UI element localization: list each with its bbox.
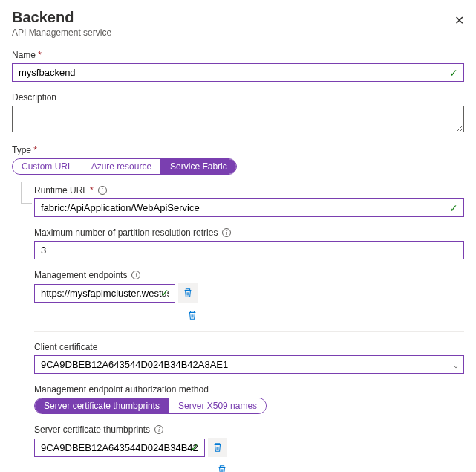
info-icon[interactable]: i: [131, 271, 140, 279]
thumbprint-input[interactable]: [34, 439, 205, 457]
auth-pills: Server certificate thumbprints Server X5…: [34, 398, 267, 414]
client-cert-select[interactable]: [34, 355, 464, 374]
description-label: Description: [12, 92, 56, 103]
page-subtitle: API Management service: [12, 28, 464, 38]
delete-button[interactable]: [183, 305, 202, 325]
type-label: Type: [12, 145, 37, 155]
mgmt-endpoint-input[interactable]: [34, 284, 175, 303]
auth-option-thumbprints[interactable]: Server certificate thumbprints: [35, 398, 169, 413]
type-pills: Custom URL Azure resource Service Fabric: [12, 158, 237, 175]
close-icon[interactable]: ✕: [451, 10, 467, 30]
type-option-service-fabric[interactable]: Service Fabric: [161, 159, 236, 174]
trash-icon: [212, 442, 223, 453]
type-option-custom-url[interactable]: Custom URL: [13, 159, 82, 174]
retries-label: Maximum number of partition resolution r…: [34, 227, 218, 238]
trash-icon: [187, 310, 198, 320]
trash-icon: [183, 288, 193, 298]
info-icon[interactable]: i: [154, 425, 163, 434]
info-icon[interactable]: i: [98, 186, 107, 195]
runtime-url-label: Runtime URL: [34, 185, 94, 195]
delete-button[interactable]: [178, 283, 198, 303]
info-icon[interactable]: i: [222, 228, 231, 237]
auth-option-x509[interactable]: Server X509 names: [169, 398, 266, 413]
auth-method-label: Management endpoint authorization method: [34, 384, 209, 395]
name-input[interactable]: [12, 63, 464, 82]
runtime-url-input[interactable]: [34, 198, 464, 217]
description-input[interactable]: [12, 106, 464, 132]
delete-button[interactable]: [208, 438, 227, 457]
client-cert-label: Client certificate: [34, 342, 97, 352]
trash-icon: [217, 465, 227, 472]
mgmt-endpoints-label: Management endpoints: [34, 270, 127, 280]
type-option-azure-resource[interactable]: Azure resource: [82, 159, 161, 174]
delete-button[interactable]: [212, 460, 232, 472]
name-label: Name: [12, 50, 42, 60]
page-title: Backend: [12, 9, 464, 26]
retries-input[interactable]: [34, 241, 464, 259]
thumbprints-label: Server certificate thumbprints: [34, 424, 150, 435]
